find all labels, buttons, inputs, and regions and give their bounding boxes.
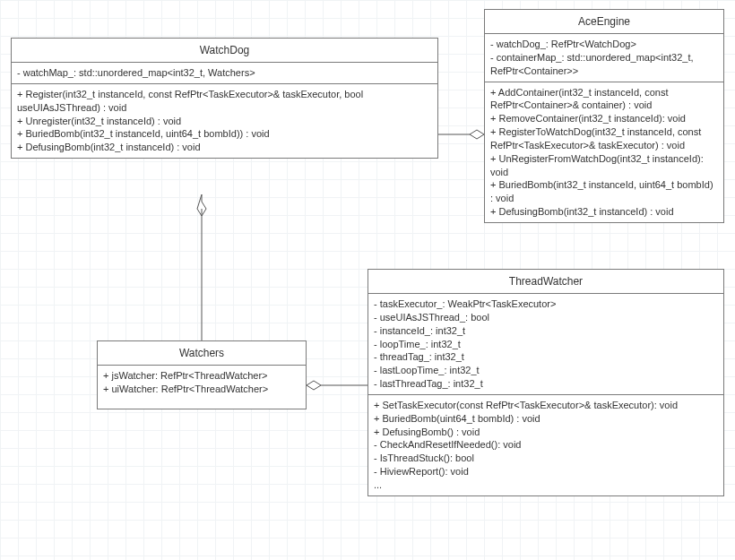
class-threadwatcher[interactable]: ThreadWatcher - taskExecutor_: WeakPtr<T… xyxy=(368,269,724,496)
attr-line: - lastLoopTime_: int32_t xyxy=(374,364,718,377)
class-ops: + AddContainer(int32_t instanceId, const… xyxy=(485,82,723,222)
op-line: - CheckAndResetIfNeeded(): void xyxy=(374,438,718,452)
attr-line: - lastThreadTag_: int32_t xyxy=(374,377,718,391)
op-line: ... xyxy=(374,478,718,492)
op-line: + DefusingBomb(int32_t instanceId) : voi… xyxy=(17,141,432,154)
class-title: Watchers xyxy=(98,341,306,366)
op-line: + UnRegisterFromWatchDog(int32_t instanc… xyxy=(490,152,718,179)
class-title: AceEngine xyxy=(485,10,723,34)
attr-line: - loopTime_: int32_t xyxy=(374,338,718,351)
class-attrs: - watchMap_: std::unordered_map<int32_t,… xyxy=(12,63,437,84)
op-line: + uiWatcher: RefPtr<ThreadWatcher> xyxy=(103,383,300,396)
op-line: + BuriedBomb(uint64_t bombId) : void xyxy=(374,412,718,426)
attr-line: - taskExecutor_: WeakPtr<TaskExecutor> xyxy=(374,297,718,311)
class-watchers[interactable]: Watchers + jsWatcher: RefPtr<ThreadWatch… xyxy=(97,340,307,409)
class-watchdog[interactable]: WatchDog - watchMap_: std::unordered_map… xyxy=(11,38,438,159)
op-line: + BuriedBomb(int32_t instanceId, uint64_… xyxy=(490,178,718,205)
class-ops: + SetTaskExecutor(const RefPtr<TaskExecu… xyxy=(368,395,723,495)
class-attrs: - taskExecutor_: WeakPtr<TaskExecutor> -… xyxy=(368,294,723,395)
op-line: + DefusingBomb() : void xyxy=(374,426,718,439)
op-line: + SetTaskExecutor(const RefPtr<TaskExecu… xyxy=(374,399,718,412)
op-line: + RegisterToWatchDog(int32_t instanceId,… xyxy=(490,125,718,152)
attr-line: - threadTag_: int32_t xyxy=(374,350,718,364)
class-aceengine[interactable]: AceEngine - watchDog_: RefPtr<WatchDog> … xyxy=(484,9,724,223)
op-line: + DefusingBomb(int32_t instanceId) : voi… xyxy=(490,205,718,219)
op-line: + Unregister(int32_t instanceId) : void xyxy=(17,115,432,128)
class-ops: + jsWatcher: RefPtr<ThreadWatcher> + uiW… xyxy=(98,366,306,409)
attr-line: - watchDog_: RefPtr<WatchDog> xyxy=(490,38,718,51)
op-line: + RemoveContainer(int32_t instanceId): v… xyxy=(490,112,718,125)
class-title: ThreadWatcher xyxy=(368,270,723,294)
op-line: - IsThreadStuck(): bool xyxy=(374,452,718,465)
attr-line: - instanceId_: int32_t xyxy=(374,324,718,338)
attr-line: - watchMap_: std::unordered_map<int32_t,… xyxy=(17,66,432,80)
op-line: + jsWatcher: RefPtr<ThreadWatcher> xyxy=(103,369,300,383)
op-line: + AddContainer(int32_t instanceId, const… xyxy=(490,86,718,113)
op-line: + BuriedBomb(int32_t instanceId, uint64_… xyxy=(17,127,432,141)
attr-line: - useUIAsJSThread_: bool xyxy=(374,311,718,324)
class-attrs: - watchDog_: RefPtr<WatchDog> - containe… xyxy=(485,34,723,82)
attr-line: - containerMap_: std::unordered_map<int3… xyxy=(490,51,718,78)
class-title: WatchDog xyxy=(12,39,437,63)
op-line: - HiviewReport(): void xyxy=(374,465,718,478)
op-line: + Register(int32_t instanceId, const Ref… xyxy=(17,88,432,115)
class-ops: + Register(int32_t instanceId, const Ref… xyxy=(12,84,437,158)
